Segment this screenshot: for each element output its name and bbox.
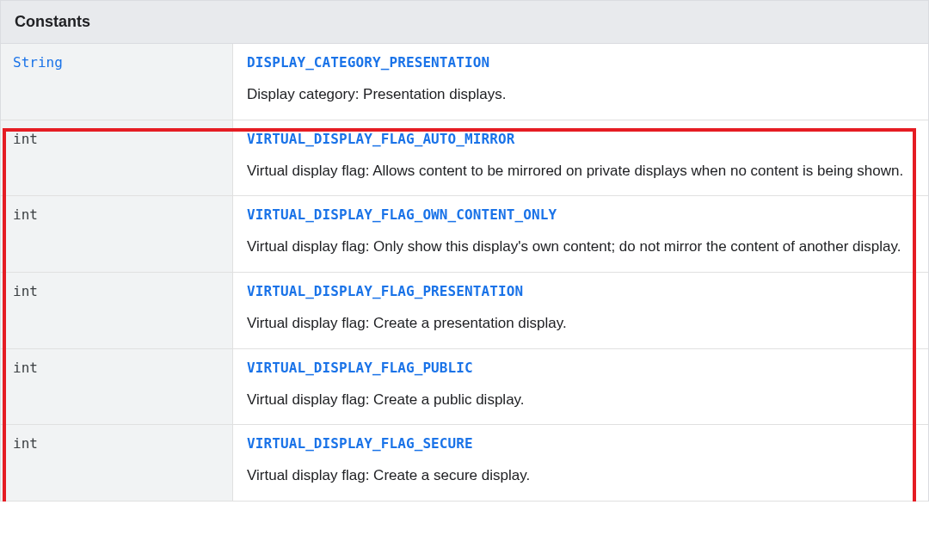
type-text: int [13, 435, 38, 452]
constant-name-link[interactable]: VIRTUAL_DISPLAY_FLAG_SECURE [247, 435, 473, 452]
type-text: int [13, 283, 38, 299]
value-cell: VIRTUAL_DISPLAY_FLAG_SECUREVirtual displ… [233, 425, 928, 501]
value-cell: VIRTUAL_DISPLAY_FLAG_PRESENTATIONVirtual… [233, 273, 928, 348]
table-row: intVIRTUAL_DISPLAY_FLAG_AUTO_MIRRORVirtu… [1, 120, 928, 197]
type-cell: int [1, 196, 233, 272]
value-cell: VIRTUAL_DISPLAY_FLAG_AUTO_MIRRORVirtual … [233, 120, 928, 196]
type-cell: int [1, 273, 233, 348]
constant-description: Virtual display flag: Only show this dis… [247, 237, 914, 258]
constant-description: Virtual display flag: Create a public di… [247, 390, 914, 411]
type-text: int [13, 131, 38, 147]
type-link[interactable]: String [13, 54, 63, 71]
table-row: StringDISPLAY_CATEGORY_PRESENTATIONDispl… [1, 44, 928, 120]
value-cell: VIRTUAL_DISPLAY_FLAG_OWN_CONTENT_ONLYVir… [233, 196, 928, 272]
type-text: int [13, 360, 38, 376]
type-cell: int [1, 120, 233, 196]
table-header-row: Constants [1, 1, 928, 44]
constant-description: Virtual display flag: Allows content to … [247, 161, 914, 182]
constant-name-link[interactable]: VIRTUAL_DISPLAY_FLAG_PRESENTATION [247, 283, 523, 299]
table-row: intVIRTUAL_DISPLAY_FLAG_PRESENTATIONVirt… [1, 273, 928, 349]
table-row: intVIRTUAL_DISPLAY_FLAG_OWN_CONTENT_ONLY… [1, 196, 928, 273]
constant-name-link[interactable]: VIRTUAL_DISPLAY_FLAG_AUTO_MIRROR [247, 131, 514, 147]
constant-name-link[interactable]: VIRTUAL_DISPLAY_FLAG_OWN_CONTENT_ONLY [247, 206, 557, 223]
constant-name-link[interactable]: VIRTUAL_DISPLAY_FLAG_PUBLIC [247, 360, 473, 376]
value-cell: VIRTUAL_DISPLAY_FLAG_PUBLICVirtual displ… [233, 349, 928, 425]
constant-description: Virtual display flag: Create a presentat… [247, 313, 914, 335]
type-cell: int [1, 349, 233, 425]
table-header-title: Constants [15, 13, 90, 30]
constant-description: Display category: Presentation displays. [247, 84, 914, 106]
constants-table: Constants StringDISPLAY_CATEGORY_PRESENT… [0, 0, 929, 502]
value-cell: DISPLAY_CATEGORY_PRESENTATIONDisplay cat… [233, 44, 928, 120]
table-row: intVIRTUAL_DISPLAY_FLAG_PUBLICVirtual di… [1, 349, 928, 426]
constant-description: Virtual display flag: Create a secure di… [247, 465, 914, 487]
table-row: intVIRTUAL_DISPLAY_FLAG_SECUREVirtual di… [1, 425, 928, 502]
type-cell: int [1, 425, 233, 501]
type-cell: String [1, 44, 233, 120]
type-text: int [13, 206, 38, 223]
page-container: Constants StringDISPLAY_CATEGORY_PRESENT… [0, 0, 929, 502]
constant-name-link[interactable]: DISPLAY_CATEGORY_PRESENTATION [247, 54, 489, 71]
